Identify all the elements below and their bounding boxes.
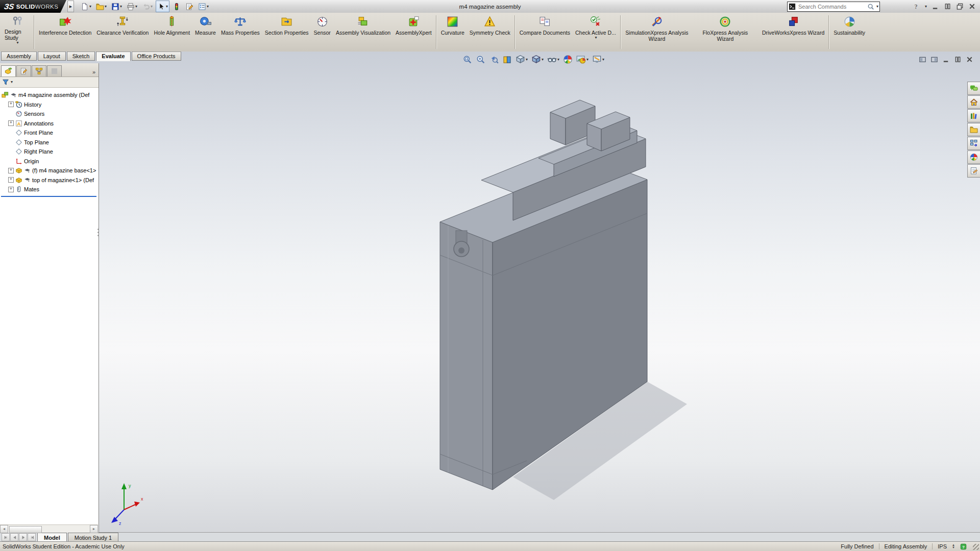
view-settings-button[interactable]: ▾ xyxy=(592,54,605,65)
doc-close-button[interactable] xyxy=(966,56,973,63)
tree-item-right-plane[interactable]: Right Plane xyxy=(0,147,99,157)
display-style-button[interactable]: ▾ xyxy=(531,54,544,65)
rollback-bar[interactable] xyxy=(1,196,96,197)
tree-item-origin[interactable]: Origin xyxy=(0,157,99,166)
dropdown-caret[interactable]: ▾ xyxy=(526,58,528,62)
units-spinner[interactable]: ▲▼ xyxy=(952,544,955,549)
dropdown-caret[interactable]: ▾ xyxy=(120,5,122,9)
tab-scroll-last-button[interactable] xyxy=(28,533,36,541)
dropdown-caret[interactable]: ▾ xyxy=(89,5,91,9)
zoom-to-area-button[interactable] xyxy=(475,54,486,65)
bottom-tab-motion-study-1[interactable]: Motion Study 1 xyxy=(68,533,118,542)
help-dropdown-caret[interactable]: ▾ xyxy=(925,5,927,9)
quick-tip-icon[interactable]: ? xyxy=(960,543,967,550)
magnifier-icon[interactable] xyxy=(867,3,874,10)
previous-view-button[interactable] xyxy=(488,54,499,65)
tab-scroll-next-button[interactable] xyxy=(19,533,27,541)
tree-item-annotations[interactable]: +AAnnotations xyxy=(0,119,99,129)
search-input[interactable] xyxy=(797,3,866,10)
panel-overflow-button[interactable]: » xyxy=(92,69,97,77)
dropdown-caret[interactable]: ▾ xyxy=(105,5,107,9)
panel-splitter-handle[interactable] xyxy=(96,224,100,240)
assembly-visualization-button[interactable]: Assembly Visualization xyxy=(333,13,393,52)
new-document-button[interactable]: ▾ xyxy=(79,1,93,12)
toolbar-expander-button[interactable]: ▶ xyxy=(67,1,74,12)
filter-caret[interactable]: ▾ xyxy=(11,80,13,84)
view-palette-tab[interactable] xyxy=(967,137,980,150)
doc-split-left-button[interactable] xyxy=(919,56,926,63)
tab-evaluate[interactable]: Evaluate xyxy=(96,52,130,61)
edit-appearance-button[interactable] xyxy=(562,54,573,65)
options-button[interactable]: ▾ xyxy=(197,1,210,12)
section-view-button[interactable] xyxy=(502,54,512,65)
assemblyxpert-button[interactable]: AssemblyXpert xyxy=(393,13,434,52)
mass-properties-button[interactable]: Mass Properties xyxy=(218,13,262,52)
window-close-button[interactable] xyxy=(968,3,976,10)
sustainability-button[interactable]: Sustainability xyxy=(831,13,868,52)
view-orientation-button[interactable]: ▾ xyxy=(515,54,528,65)
check-active-document-button[interactable]: Check Active D...▾ xyxy=(573,13,619,52)
resize-grip[interactable] xyxy=(973,544,979,550)
file-properties-button[interactable] xyxy=(184,1,195,12)
tab-scroll-first-button[interactable] xyxy=(2,533,10,541)
tree-item-sensors[interactable]: Sensors xyxy=(0,109,99,119)
tree-item-top-plane[interactable]: Top Plane xyxy=(0,138,99,147)
expand-icon[interactable]: + xyxy=(8,177,14,183)
panel-tab-display-manager[interactable] xyxy=(47,65,62,77)
expand-icon[interactable]: + xyxy=(8,168,14,173)
dropdown-caret[interactable]: ▾ xyxy=(135,5,137,9)
tab-layout[interactable]: Layout xyxy=(38,52,66,61)
measure-button[interactable]: Measure xyxy=(192,13,218,52)
scroll-right-button[interactable]: ► xyxy=(90,525,98,533)
interference-detection-button[interactable]: Interference Detection xyxy=(36,13,94,52)
sensor-button[interactable]: Sensor xyxy=(311,13,333,52)
expand-icon[interactable]: + xyxy=(8,120,14,126)
tree-item-mates[interactable]: +Mates xyxy=(0,185,99,194)
tree-item-history[interactable]: +History xyxy=(0,100,99,110)
doc-restore-button[interactable] xyxy=(954,56,962,63)
solidworks-resources-tab[interactable] xyxy=(967,95,980,109)
scrollbar-thumb[interactable] xyxy=(9,526,42,533)
panel-tab-configuration-manager[interactable] xyxy=(32,65,46,77)
solidworks-forum-tab[interactable] xyxy=(967,82,980,95)
expand-icon[interactable]: + xyxy=(8,187,14,192)
dropdown-caret[interactable]: ▾ xyxy=(595,36,597,40)
status-units[interactable]: IPS xyxy=(938,543,947,549)
save-button[interactable]: ▾ xyxy=(110,1,124,12)
appearances-scenes-tab[interactable] xyxy=(967,151,980,164)
tree-item-top-of-magazine-1-def[interactable]: +top of magazine<1> (Def xyxy=(0,176,99,185)
search-dropdown-caret[interactable]: ▾ xyxy=(876,5,878,9)
dropdown-caret[interactable]: ▾ xyxy=(166,5,168,9)
scroll-left-button[interactable]: ◄ xyxy=(0,525,8,533)
tree-item-m4-magazine-assembly-def[interactable]: m4 magazine assembly (Def xyxy=(0,90,99,100)
dropdown-caret[interactable]: ▾ xyxy=(207,5,209,9)
model-3d-view[interactable]: y x z xyxy=(0,52,980,533)
expand-icon[interactable]: + xyxy=(8,102,14,107)
compare-documents-button[interactable]: Compare Documents xyxy=(517,13,573,52)
tab-assembly[interactable]: Assembly xyxy=(1,52,37,61)
window-minimize-button[interactable] xyxy=(932,3,939,10)
panel-tab-feature-manager[interactable] xyxy=(1,65,16,77)
custom-properties-tab[interactable] xyxy=(967,164,980,178)
hole-alignment-button[interactable]: Hole Alignment xyxy=(151,13,192,52)
rebuild-button[interactable] xyxy=(171,1,182,12)
print-button[interactable]: ▾ xyxy=(125,1,139,12)
symmetry-check-button[interactable]: Symmetry Check xyxy=(467,13,513,52)
select-button[interactable]: ▾ xyxy=(156,1,169,12)
scrollbar-track[interactable] xyxy=(8,525,90,533)
dropdown-caret[interactable]: ▾ xyxy=(151,5,153,9)
bottom-tab-model[interactable]: Model xyxy=(37,533,67,542)
zoom-to-fit-button[interactable] xyxy=(462,54,473,65)
apply-scene-button[interactable]: ▾ xyxy=(576,54,589,65)
tree-item-front-plane[interactable]: Front Plane xyxy=(0,128,99,138)
tab-scroll-prev-button[interactable] xyxy=(10,533,18,541)
hide-show-items-button[interactable]: ▾ xyxy=(547,54,560,65)
magazine-left-face[interactable] xyxy=(440,222,493,490)
tab-sketch[interactable]: Sketch xyxy=(67,52,95,61)
design-study-button[interactable]: Design Study ▾ xyxy=(3,13,32,52)
window-cascade-button[interactable] xyxy=(956,3,964,10)
clearance-verification-button[interactable]: Clearance Verification xyxy=(94,13,151,52)
tree-item-f-m4-magazine-base-1[interactable]: +(f) m4 magazine base<1> xyxy=(0,166,99,176)
simulationxpress-button[interactable]: SimulationXpress Analysis Wizard xyxy=(623,13,691,52)
floxpress-button[interactable]: FloXpress Analysis Wizard xyxy=(691,13,760,52)
